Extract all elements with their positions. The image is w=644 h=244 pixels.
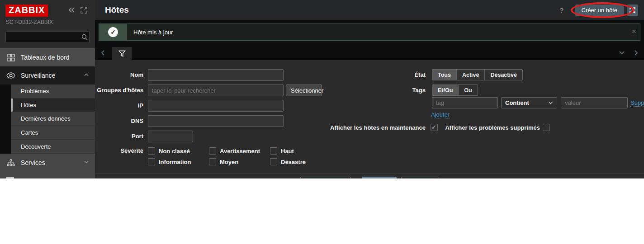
- add-tag-link[interactable]: Ajouter: [431, 111, 450, 118]
- partial-nav-icon: [6, 177, 14, 178]
- sidebar-item-label: Dernières données: [21, 115, 71, 122]
- expand-sidebar-icon[interactable]: [80, 6, 88, 14]
- sidebar-item-label: Cartes: [21, 129, 38, 136]
- sidebar-item-label: Surveillance: [21, 72, 55, 79]
- tag-operator-value: Contient: [505, 99, 548, 106]
- sidebar-item-hosts[interactable]: Hôtes: [11, 99, 95, 113]
- host-groups-input[interactable]: [148, 84, 284, 96]
- save-filter-button[interactable]: [300, 177, 351, 178]
- zabbix-logo[interactable]: ZABBIX: [5, 5, 48, 17]
- page-header: Hôtes ? Créer un hôte: [95, 0, 644, 20]
- sidebar-item-monitoring[interactable]: Surveillance: [0, 66, 95, 84]
- suppressed-checkbox[interactable]: [543, 124, 550, 131]
- severity-option-label[interactable]: Moyen: [220, 158, 238, 166]
- severity-option-label[interactable]: Haut: [281, 147, 294, 155]
- dashboard-icon: [6, 54, 15, 61]
- filter-tabbar: [95, 47, 644, 60]
- severity-label: Sévérité: [95, 145, 143, 157]
- sidebar: ZABBIX SCT-DB12-ZABBIX: [0, 0, 95, 178]
- tag-logic-andor[interactable]: Et/Ou: [432, 85, 458, 95]
- server-name: SCT-DB12-ZABBIX: [6, 19, 53, 25]
- remove-tag-link[interactable]: Supprimer: [630, 99, 644, 107]
- tab-prev-icon[interactable]: [100, 50, 105, 56]
- kiosk-mode-icon[interactable]: [627, 5, 638, 16]
- main-area: Hôtes ? Créer un hôte ✓ Hôte mis à jour …: [95, 0, 644, 178]
- severity-checkbox-information[interactable]: [148, 158, 155, 165]
- success-message-text: Hôte mis à jour: [127, 24, 173, 40]
- severity-checkbox-not-classified[interactable]: [148, 147, 155, 155]
- severity-checkbox-warning[interactable]: [209, 147, 216, 155]
- sidebar-item-services[interactable]: Services: [0, 154, 95, 178]
- severity-option-label[interactable]: Désastre: [281, 158, 306, 166]
- ip-input[interactable]: [148, 100, 284, 112]
- severity-checkbox-high[interactable]: [270, 147, 277, 155]
- sidebar-search-input[interactable]: [6, 34, 80, 41]
- reset-filter-button[interactable]: [401, 177, 439, 178]
- close-icon[interactable]: ×: [632, 28, 636, 35]
- status-option-disabled[interactable]: Désactivé: [484, 70, 522, 80]
- eye-icon: [6, 72, 15, 79]
- tag-name-input[interactable]: [432, 97, 498, 108]
- name-label: Nom: [95, 69, 143, 81]
- tag-operator-select[interactable]: Contient: [501, 97, 557, 108]
- check-circle-icon: ✓: [108, 27, 118, 37]
- select-button[interactable]: Sélectionner: [286, 84, 322, 96]
- collapse-filter-icon[interactable]: [619, 51, 625, 55]
- port-label: Port: [95, 131, 143, 142]
- monitoring-submenu: Problèmes Hôtes Dernières données Cartes…: [0, 84, 95, 154]
- severity-checkbox-average[interactable]: [209, 158, 216, 165]
- status-option-enabled[interactable]: Activé: [456, 70, 485, 80]
- chevron-down-icon: [548, 101, 553, 104]
- sidebar-item-label: Découverte: [21, 143, 51, 150]
- dns-input[interactable]: [148, 115, 284, 127]
- tag-logic-or[interactable]: Ou: [458, 85, 477, 95]
- filter-panel: Nom Groupes d'hôtes Sélectionner IP DNS …: [95, 60, 644, 178]
- sidebar-item-latest-data[interactable]: Dernières données: [11, 112, 95, 126]
- page-title: Hôtes: [105, 0, 129, 20]
- status-option-all[interactable]: Tous: [432, 70, 456, 80]
- severity-option-label[interactable]: Information: [159, 158, 191, 166]
- funnel-icon: [118, 50, 126, 57]
- chevron-down-icon: [84, 160, 89, 164]
- sidebar-item-discovery[interactable]: Découverte: [11, 140, 95, 154]
- host-groups-label: Groupes d'hôtes: [95, 84, 143, 96]
- chevron-up-icon: [84, 73, 89, 76]
- sidebar-item-dashboards[interactable]: Tableaux de bord: [0, 48, 95, 66]
- sidebar-item-problems[interactable]: Problèmes: [11, 84, 95, 99]
- collapse-sidebar-icon[interactable]: [68, 6, 76, 14]
- sidebar-item-maps[interactable]: Cartes: [11, 126, 95, 140]
- status-segmented-control: Tous Activé Désactivé: [432, 69, 523, 80]
- severity-checkbox-disaster[interactable]: [270, 158, 277, 165]
- sidebar-search: [5, 31, 90, 43]
- success-message-bar: ✓ Hôte mis à jour ×: [99, 23, 640, 41]
- status-label: État: [335, 69, 426, 81]
- suppressed-label: Afficher les problèmes supprimés: [404, 124, 540, 131]
- sidebar-item-label: Tableaux de bord: [21, 54, 69, 61]
- tags-label: Tags: [335, 84, 426, 96]
- page: ZABBIX SCT-DB12-ZABBIX: [0, 0, 644, 244]
- tag-logic-segmented-control: Et/Ou Ou: [432, 84, 478, 96]
- severity-option-label[interactable]: Avertissement: [220, 147, 260, 155]
- sitemap-icon: [6, 159, 15, 166]
- dns-label: DNS: [95, 115, 143, 127]
- sidebar-item-label: Services: [21, 159, 45, 166]
- port-input[interactable]: [148, 131, 193, 142]
- filter-tab[interactable]: [112, 47, 132, 60]
- search-icon[interactable]: [80, 34, 89, 40]
- zabbix-app: ZABBIX SCT-DB12-ZABBIX: [0, 0, 644, 178]
- success-icon-box: ✓: [99, 24, 127, 40]
- panel-divider: [95, 174, 644, 174]
- tag-value-input[interactable]: [561, 97, 628, 108]
- apply-filter-button[interactable]: [362, 177, 397, 178]
- sidebar-item-label: Hôtes: [21, 102, 36, 108]
- tab-next-icon[interactable]: [634, 50, 639, 56]
- sidebar-item-label: Problèmes: [21, 88, 49, 94]
- name-input[interactable]: [148, 69, 284, 81]
- severity-option-label[interactable]: Non classé: [159, 147, 190, 155]
- ip-label: IP: [95, 100, 143, 112]
- create-host-button[interactable]: Créer un hôte: [575, 5, 624, 16]
- sidebar-nav: Tableaux de bord Surveillance Problèmes …: [0, 48, 95, 178]
- help-icon[interactable]: ?: [559, 6, 564, 14]
